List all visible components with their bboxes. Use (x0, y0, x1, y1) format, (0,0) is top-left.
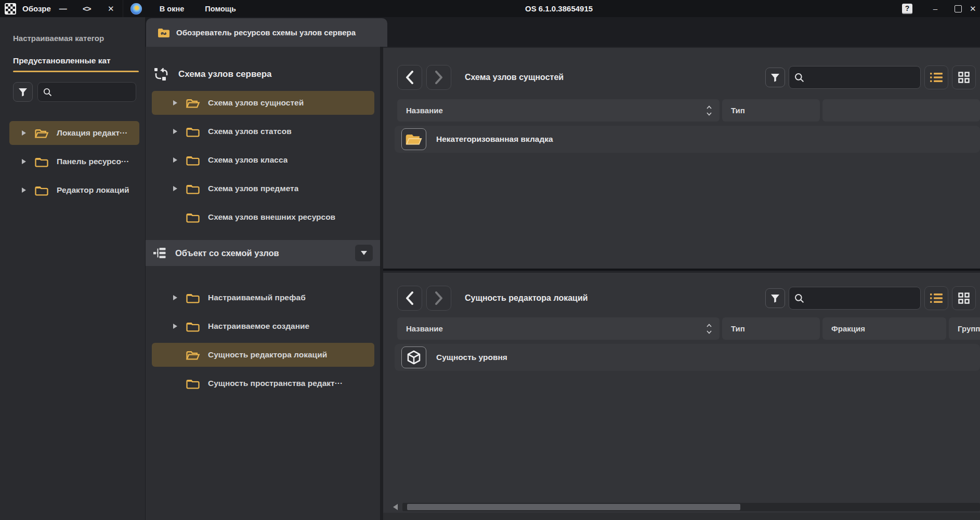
table-header: Название Тип (397, 99, 980, 122)
filter-icon (770, 73, 780, 82)
column-extra[interactable] (822, 99, 980, 122)
object-schema-section[interactable]: Объект со схемой узлов (146, 240, 380, 266)
menu-in-window[interactable]: В окне (149, 0, 194, 17)
app-checker-icon (5, 3, 16, 15)
forward-button[interactable] (426, 286, 451, 311)
tree-item-label: Схема узлов предмета (208, 184, 298, 193)
back-button[interactable] (397, 286, 422, 311)
window-maximize-button[interactable] (947, 0, 970, 17)
tab-custom-category[interactable]: Настраиваемая категор (0, 34, 145, 43)
table-body: Сущность уровня Динамичные ю··· (383, 344, 980, 371)
sidebar-search[interactable] (37, 82, 136, 102)
filter-button[interactable] (13, 82, 33, 102)
column-group[interactable]: Групп (949, 317, 980, 340)
expand-arrow-icon[interactable] (173, 295, 177, 300)
tab-resource-browser[interactable]: Обозреватель ресурсов схемы узлов сервер… (146, 18, 387, 47)
table-row[interactable]: Некатегоризованная вкладка Папка (395, 126, 980, 153)
list-view-button[interactable] (924, 286, 948, 310)
filter-button[interactable] (765, 288, 785, 308)
expand-arrow-icon[interactable] (173, 186, 177, 191)
scrollbar-thumb[interactable] (407, 504, 740, 510)
title-bar: Обозре — <> ✕ В окне Помощь OS 6.1.0.386… (0, 0, 980, 17)
section-dropdown-button[interactable] (355, 245, 373, 261)
window-minimize-button[interactable]: – (924, 0, 947, 17)
search-icon (43, 88, 52, 97)
chevron-right-icon (434, 291, 443, 305)
object-schema-section-label: Объект со схемой узлов (175, 248, 347, 258)
expand-arrow-icon[interactable] (173, 100, 177, 105)
expand-arrow-icon[interactable] (22, 188, 26, 193)
horizontal-scrollbar[interactable] (393, 502, 980, 512)
object-tree-item[interactable]: Сущность редактора локаций (152, 343, 374, 367)
tab-preset-categories[interactable]: Предустановленные кат (0, 56, 145, 65)
panel-search-input[interactable] (808, 294, 896, 302)
list-view-button[interactable] (924, 65, 948, 89)
schema-tree-item[interactable]: Схема узлов внешних ресурсов (152, 205, 374, 229)
panel-search[interactable] (789, 66, 921, 89)
column-fraction[interactable]: Фракция (822, 317, 946, 340)
column-name[interactable]: Название (397, 317, 720, 340)
tree-item-label: Локация редакт··· (57, 128, 128, 138)
schema-root[interactable]: Схема узлов сервера (146, 62, 380, 86)
object-tree-item[interactable]: Сущность пространства редакт··· (152, 371, 374, 395)
table-row[interactable]: Сущность уровня Динамичные ю··· (395, 344, 980, 371)
list-view-icon (930, 293, 943, 303)
folder-icon (34, 127, 49, 139)
sidebar-tree-item[interactable]: Локация редакт··· (9, 121, 139, 145)
panel-search[interactable] (789, 287, 921, 310)
scroll-left-icon[interactable] (393, 504, 398, 510)
sort-arrows-icon[interactable] (706, 323, 712, 335)
column-name[interactable]: Название (397, 99, 720, 122)
tree-item-label: Панель ресурсо··· (57, 157, 129, 166)
expand-arrow-icon[interactable] (173, 324, 177, 329)
filter-button[interactable] (765, 68, 785, 87)
schema-tree-item[interactable]: Схема узлов класса (152, 148, 374, 172)
schema-tree-item[interactable]: Схема узлов статсов (152, 119, 374, 143)
schema-tree-item[interactable]: Схема узлов предмета (152, 177, 374, 201)
minimize-pane-icon[interactable]: — (51, 0, 75, 17)
expand-arrow-icon[interactable] (22, 159, 26, 164)
row-name: Сущность уровня (436, 353, 507, 362)
object-tree-item[interactable]: Настраиваемое создание (152, 314, 374, 338)
object-tree-item[interactable]: Настраиваемый префаб (152, 286, 374, 310)
table-header: Название Тип Фракция Групп (397, 317, 980, 340)
row-icon-frame (401, 128, 426, 150)
tab-strip: Обозреватель ресурсов схемы узлов сервер… (146, 17, 980, 47)
forward-button[interactable] (426, 65, 451, 90)
object-node-list-icon (153, 247, 167, 259)
expand-arrow-icon[interactable] (173, 129, 177, 134)
help-button[interactable]: ? (902, 4, 912, 14)
panel-search-input[interactable] (808, 73, 896, 82)
schema-tree-panel: Схема узлов сервера (146, 47, 380, 520)
sidebar-tree: Локация редакт··· (9, 116, 139, 202)
folder-icon (186, 292, 200, 304)
column-type[interactable]: Тип (722, 317, 820, 340)
list-view-icon (930, 72, 943, 83)
search-icon (794, 73, 804, 83)
sidebar-search-input[interactable] (56, 88, 121, 96)
expand-arrow-icon[interactable] (173, 157, 177, 163)
scrollbar-track[interactable] (402, 503, 980, 511)
folder-icon (186, 154, 200, 166)
sidebar-tree-item[interactable]: Редактор локаций (9, 178, 139, 202)
close-pane-icon[interactable]: ✕ (99, 0, 123, 17)
grid-view-button[interactable] (952, 65, 976, 89)
back-button[interactable] (397, 65, 422, 90)
sort-arrows-icon[interactable] (706, 105, 712, 116)
window-close-button[interactable]: ✕ (970, 0, 980, 17)
menu-help[interactable]: Помощь (194, 0, 246, 17)
schema-tree: Схема узлов сущностей (146, 86, 380, 229)
schema-tree-item[interactable]: Схема узлов сущностей (152, 91, 374, 115)
folder-icon (405, 132, 423, 146)
code-brackets-icon[interactable]: <> (75, 0, 99, 17)
chevron-right-icon (434, 71, 443, 84)
tab-label: Обозреватель ресурсов схемы узлов сервер… (176, 28, 356, 37)
row-name: Некатегоризованная вкладка (436, 135, 553, 144)
expand-arrow-icon[interactable] (22, 130, 26, 136)
grid-view-button[interactable] (952, 286, 976, 310)
chevron-left-icon (405, 291, 414, 305)
entities-list-panel: Схема узлов сущностей (383, 47, 980, 269)
sidebar-tree-item[interactable]: Панель ресурсо··· (9, 150, 139, 174)
folder-icon (186, 97, 200, 109)
column-type[interactable]: Тип (722, 99, 820, 122)
